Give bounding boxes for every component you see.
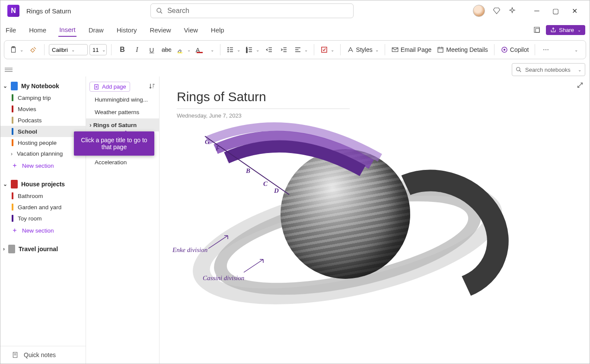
maximize-button[interactable]: ▢: [546, 4, 565, 18]
bullet-list-button[interactable]: ⌄: [225, 43, 242, 56]
font-size-select[interactable]: 11⌄: [89, 44, 107, 55]
sidebar-item-camping-trip[interactable]: Camping trip: [0, 92, 86, 103]
tab-home[interactable]: Home: [28, 24, 47, 36]
title-underline: [177, 109, 350, 109]
ring-label-b: B: [246, 167, 250, 175]
title-actions: ─ ▢ ✕: [473, 4, 584, 18]
search-input[interactable]: Search: [150, 3, 354, 18]
bold-button[interactable]: B: [116, 43, 129, 56]
tab-help[interactable]: Help: [210, 24, 225, 36]
strikethrough-button[interactable]: abc: [160, 43, 173, 56]
quick-notes-button[interactable]: Quick notes: [0, 346, 86, 364]
sparkle-icon[interactable]: [508, 7, 516, 15]
notebook-header-house-projects[interactable]: ⌄ House projects: [0, 178, 86, 190]
svg-point-35: [504, 49, 506, 51]
ribbon: ⌄ Cailbri⌄ 11⌄ B I U abc ⌄ A⌄ ⌄ 123⌄ ⌄ ⌄…: [4, 40, 586, 59]
svg-line-1: [160, 12, 162, 13]
close-button[interactable]: ✕: [565, 4, 584, 18]
add-page-button[interactable]: Add page: [89, 82, 130, 92]
sidebar-item-hosting-people[interactable]: Hosting people: [0, 137, 86, 148]
more-button[interactable]: ⋯: [539, 43, 552, 56]
copilot-button[interactable]: Copilot: [499, 43, 531, 56]
paste-button[interactable]: ⌄: [8, 43, 25, 56]
sidebar-item-podcasts[interactable]: Podcasts: [0, 115, 86, 126]
chevron-down-icon: ⌄: [3, 181, 7, 187]
chevron-right-icon: ›: [3, 246, 5, 252]
navigation-toggle-button[interactable]: [5, 68, 13, 72]
annotation-enke: Enke division: [172, 246, 207, 254]
new-section-button[interactable]: +New section: [0, 159, 86, 172]
expand-icon[interactable]: [577, 82, 584, 90]
second-bar: Search notebooks ⌄: [0, 63, 590, 77]
new-section-button[interactable]: +New section: [0, 224, 86, 237]
sidebar-item-school[interactable]: School: [0, 126, 86, 137]
styles-button[interactable]: Styles⌄: [345, 43, 380, 56]
format-painter-button[interactable]: [27, 43, 40, 56]
tab-review[interactable]: Review: [149, 24, 172, 36]
notebook-header-my-notebook[interactable]: ⌄ My Notebook: [0, 80, 86, 92]
tab-file[interactable]: File: [5, 24, 17, 36]
share-button[interactable]: Share ⌄: [546, 25, 585, 35]
notebook-header-travel-journal[interactable]: › Travel journal: [0, 243, 86, 255]
arrow-icon: [206, 233, 232, 251]
svg-point-11: [228, 51, 229, 52]
search-placeholder: Search: [167, 7, 189, 15]
sort-button[interactable]: [149, 83, 156, 91]
svg-point-36: [517, 67, 520, 71]
ribbon-collapse-button[interactable]: ⌄: [569, 43, 582, 56]
tab-view[interactable]: View: [183, 24, 199, 36]
page-list: Add page Hummingbird wing... Weather pat…: [86, 77, 159, 364]
svg-rect-3: [536, 29, 539, 32]
app-icon: N: [7, 5, 19, 17]
svg-rect-30: [438, 48, 443, 52]
svg-point-9: [228, 49, 229, 50]
note-icon: [12, 351, 19, 358]
add-page-icon: [93, 84, 99, 90]
tab-insert[interactable]: Insert: [58, 23, 77, 37]
page-item[interactable]: Hummingbird wing...: [86, 93, 159, 106]
svg-rect-6: [178, 52, 182, 53]
underline-button[interactable]: U: [145, 43, 158, 56]
page-canvas[interactable]: Rings of Saturn Wednesday, June 7, 2023 …: [159, 77, 590, 364]
outdent-button[interactable]: [263, 43, 276, 56]
meeting-details-button[interactable]: Meeting Details: [435, 43, 490, 56]
indent-button[interactable]: [277, 43, 290, 56]
sidebar-item-vacation-planning[interactable]: ›Vacation planning: [0, 148, 86, 159]
diamond-icon[interactable]: [493, 7, 501, 15]
search-notebooks-input[interactable]: Search notebooks ⌄: [512, 63, 585, 76]
svg-point-0: [157, 8, 161, 12]
svg-point-7: [228, 48, 229, 48]
page-item[interactable]: Acceleration: [86, 156, 159, 169]
svg-rect-2: [534, 27, 539, 32]
ring-label-d: D: [274, 187, 279, 195]
notebook-icon: [8, 245, 15, 253]
avatar[interactable]: [473, 5, 485, 17]
sidebar-item-bathroom[interactable]: Bathroom: [0, 190, 86, 201]
highlight-button[interactable]: ⌄: [175, 43, 192, 56]
tab-history[interactable]: History: [116, 24, 138, 36]
email-page-button[interactable]: Email Page: [389, 43, 434, 56]
share-label: Share: [559, 27, 574, 33]
page-item[interactable]: Weather patterns: [86, 106, 159, 118]
font-name-select[interactable]: Cailbri⌄: [49, 44, 88, 55]
arrow-icon: [242, 257, 268, 275]
plus-icon: +: [12, 162, 18, 169]
svg-text:3: 3: [246, 51, 247, 53]
fullscreen-icon[interactable]: [533, 26, 541, 34]
font-color-button[interactable]: A⌄: [194, 43, 216, 56]
sidebar-item-garden[interactable]: Garden and yard: [0, 201, 86, 213]
menu-tabs: File Home Insert Draw History Review Vie…: [0, 21, 590, 38]
italic-button[interactable]: I: [131, 43, 144, 56]
notebook-icon: [11, 180, 18, 188]
sidebar-item-movies[interactable]: Movies: [0, 103, 86, 115]
sidebar-item-toy-room[interactable]: Toy room: [0, 213, 86, 224]
notebook-icon: [11, 82, 18, 90]
minimize-button[interactable]: ─: [527, 4, 546, 18]
align-button[interactable]: ⌄: [292, 43, 309, 56]
numbered-list-button[interactable]: 123⌄: [244, 43, 261, 56]
canvas-date: Wednesday, June 7, 2023: [177, 112, 572, 119]
tab-draw[interactable]: Draw: [88, 24, 105, 36]
ring-label-f: F: [216, 145, 220, 152]
canvas-title[interactable]: Rings of Saturn: [177, 89, 572, 104]
todo-tag-button[interactable]: ⌄: [319, 43, 336, 56]
